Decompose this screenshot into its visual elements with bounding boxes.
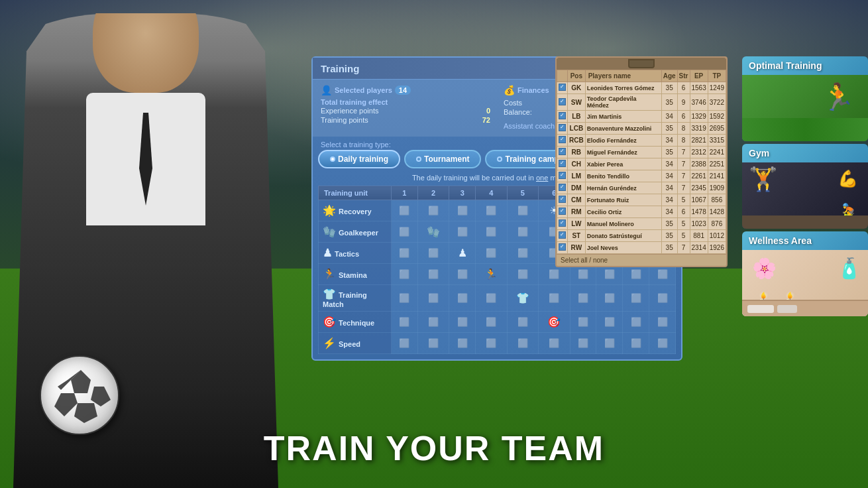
slot-4-0[interactable]: ⬜ [392,285,418,312]
slot-6-4[interactable]: ⬜ [507,333,538,354]
slot-5-1[interactable]: ⬜ [417,312,449,333]
slot-5-2[interactable]: ⬜ [449,312,476,333]
slot-6-9[interactable]: ⬜ [649,333,676,354]
player-row-9: CMFortunato Ruiz3451067856 [557,194,726,206]
gym-image: 🏋️ 🚴 💪 [742,162,868,229]
player-pos-13: RW [568,242,586,254]
slot-1-0[interactable]: ⬜ [392,221,418,243]
col-3: 3 [449,186,476,200]
daily-training-btn[interactable]: Daily training [318,150,400,168]
player-pos-4: RCB [568,135,586,147]
unit-name-4: 👕Training Match [319,285,392,312]
slot-3-1[interactable]: ⬜ [417,264,449,285]
unit-col-header: Training unit [319,186,392,200]
player-row-6: CHXabier Perea34723882251 [557,158,726,170]
slot-1-4[interactable]: ⬜ [507,221,538,243]
slot-2-4[interactable]: ⬜ [507,243,538,264]
optimal-training-panel[interactable]: Optimal Training 🏃 [742,56,868,141]
player-checkbox-12[interactable] [559,231,566,239]
training-points-row: Training points 72 [321,115,490,125]
slot-1-2[interactable]: ⬜ [449,221,476,243]
slot-6-2[interactable]: ⬜ [449,333,476,354]
player-checkbox-10[interactable] [559,208,566,215]
players-table: Pos Players name Age Str EP TP GKLeonide… [557,70,726,254]
slot-4-5[interactable]: ⬜ [539,285,570,312]
slot-4-6[interactable]: ⬜ [570,285,596,312]
gym-panel[interactable]: Gym 🏋️ 🚴 💪 [742,144,868,229]
slot-0-3[interactable]: ⬜ [476,200,507,221]
player-str-9: 5 [677,194,690,206]
player-name-1: Teodor Capdevila Méndez [585,94,661,111]
slot-5-0[interactable]: ⬜ [392,312,418,333]
player-checkbox-4[interactable] [559,136,566,143]
slot-6-1[interactable]: ⬜ [417,333,449,354]
tournament-btn[interactable]: Tournament [404,150,481,168]
slot-6-5[interactable]: ⬜ [539,333,570,354]
player-checkbox-3[interactable] [559,124,566,131]
slot-2-0[interactable]: ⬜ [392,243,418,264]
player-name-7: Benito Tendillo [585,170,661,182]
slot-5-5[interactable]: 🎯 [539,312,570,333]
player-str-7: 7 [677,170,690,182]
player-pos-12: ST [568,230,586,242]
slot-4-1[interactable]: ⬜ [417,285,449,312]
slot-0-1[interactable]: ⬜ [417,200,449,221]
slot-2-2[interactable]: ♟ [449,243,476,264]
slot-2-3[interactable]: ⬜ [476,243,507,264]
slot-3-0[interactable]: ⬜ [392,264,418,285]
slot-5-9[interactable]: ⬜ [649,312,676,333]
player-checkbox-6[interactable] [559,160,566,167]
optimal-training-title: Optimal Training [742,56,868,75]
slot-5-7[interactable]: ⬜ [596,312,623,333]
player-checkbox-11[interactable] [559,219,566,227]
slot-3-3[interactable]: 🏃 [476,264,507,285]
select-all-row[interactable]: Select all / none [557,254,726,266]
slot-1-3[interactable]: ⬜ [476,221,507,243]
slot-6-3[interactable]: ⬜ [476,333,507,354]
slot-1-1[interactable]: 🧤 [417,221,449,243]
player-str-12: 5 [677,230,690,242]
player-checkbox-2[interactable] [559,112,566,119]
slot-5-3[interactable]: ⬜ [476,312,507,333]
slot-4-3[interactable]: ⬜ [476,285,507,312]
player-str-0: 6 [677,82,690,94]
slot-4-7[interactable]: ⬜ [596,285,623,312]
player-checkbox-9[interactable] [559,196,566,203]
slot-4-9[interactable]: ⬜ [649,285,676,312]
slot-5-8[interactable]: ⬜ [623,312,649,333]
slot-6-8[interactable]: ⬜ [623,333,649,354]
player-age-13: 35 [661,242,677,254]
player-age-2: 34 [661,111,677,123]
slot-5-4[interactable]: ⬜ [507,312,538,333]
player-checkbox-7[interactable] [559,172,566,179]
slot-4-2[interactable]: ⬜ [449,285,476,312]
slot-5-6[interactable]: ⬜ [570,312,596,333]
player-pos-3: LCB [568,123,586,135]
slot-0-4[interactable]: ⬜ [507,200,538,221]
total-training-label: Total training effect [321,98,490,106]
player-checkbox-8[interactable] [559,184,566,191]
player-tp-13: 1926 [708,242,726,254]
player-checkbox-13[interactable] [559,243,566,251]
slot-4-4[interactable]: 👕 [507,285,538,312]
slot-0-0[interactable]: ⬜ [392,200,418,221]
slot-6-6[interactable]: ⬜ [570,333,596,354]
player-pos-0: GK [568,82,586,94]
panel-title: Training [321,63,359,74]
player-name-9: Fortunato Ruiz [585,194,661,206]
player-ep-0: 1563 [690,82,708,94]
player-checkbox-5[interactable] [559,148,566,155]
slot-3-2[interactable]: ⬜ [449,264,476,285]
player-checkbox-0[interactable] [559,84,566,91]
svg-marker-2 [74,403,97,423]
slot-0-2[interactable]: ⬜ [449,200,476,221]
player-checkbox-1[interactable] [559,98,566,105]
slot-3-4[interactable]: ⬜ [507,264,538,285]
slot-4-8[interactable]: ⬜ [623,285,649,312]
slot-6-0[interactable]: ⬜ [392,333,418,354]
slot-2-1[interactable]: ⬜ [417,243,449,264]
player-str-11: 5 [677,218,690,230]
wellness-panel[interactable]: Wellness Area 🕯️ 🕯️ 🧴 🌸 [742,231,868,316]
player-row-5: RBMiguel Fernández35723122241 [557,147,726,158]
slot-6-7[interactable]: ⬜ [596,333,623,354]
